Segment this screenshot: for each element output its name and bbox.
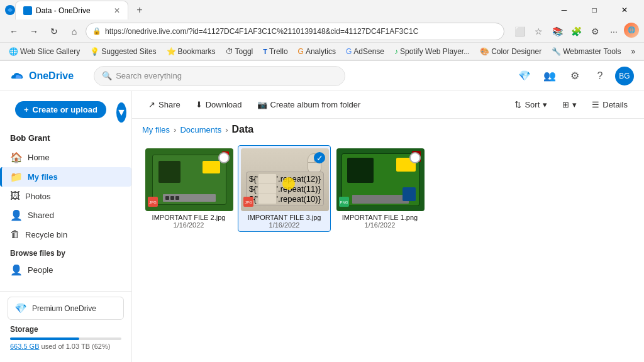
svg-text:JPG: JPG: [149, 200, 157, 204]
user-name: Bob Grant: [0, 131, 131, 148]
create-btn-label: Create or upload: [33, 105, 97, 114]
details-button[interactable]: ☰ Details: [586, 97, 634, 112]
adsense-icon: G: [346, 47, 352, 56]
close-button[interactable]: ✕: [610, 0, 639, 20]
bookmark-webmaster[interactable]: 🔧 Webmaster Tools: [548, 46, 625, 57]
storage-used-link[interactable]: 663.5 GB: [10, 343, 39, 350]
settings-icon[interactable]: ⚙: [565, 66, 585, 86]
premium-gems-icon[interactable]: 💎: [514, 66, 535, 86]
nav-item-label: Photos: [25, 192, 50, 201]
file-select-1[interactable]: [218, 152, 230, 163]
nav-item-label: Shared: [28, 211, 54, 220]
file-type-badge-3: PNG: [339, 197, 349, 209]
app-logo: OneDrive: [10, 69, 74, 83]
bookmark-more[interactable]: »: [627, 46, 639, 57]
cast-icon[interactable]: ⬜: [511, 23, 528, 40]
bookmark-spotify[interactable]: ♪ Spotify Web Player...: [391, 46, 474, 57]
favorites-star-icon[interactable]: ☆: [530, 23, 547, 40]
tab-bar: Data - OneDrive ✕ +: [15, 1, 148, 19]
forward-button[interactable]: →: [25, 23, 43, 40]
webmaster-icon: 🔧: [552, 47, 561, 56]
sidebar: + Create or upload ▼ Bob Grant 🏠 Home 📁 …: [0, 91, 132, 362]
view-chevron-icon: ▾: [572, 100, 577, 109]
browser-chrome: Data - OneDrive ✕ + ─ □ ✕ ← → ↻ ⌂ 🔒 http…: [0, 0, 644, 61]
file-thumbnail-2: ${''.repeat(12)} ${''.repeat(11)} ${''.r…: [241, 148, 329, 211]
sidebar-item-home[interactable]: 🏠 Home: [0, 148, 131, 167]
help-icon[interactable]: ?: [590, 66, 610, 86]
file-card-1[interactable]: JPG IMPORTANT FILE 2.jpg 1/16/2022: [142, 145, 235, 232]
bookmark-trello[interactable]: T Trello: [259, 46, 291, 57]
bookmark-adsense[interactable]: G AdSense: [342, 46, 388, 57]
bookmark-toggl[interactable]: ⏱ Toggl: [222, 46, 257, 57]
bookmark-bookmarks[interactable]: ⭐ Bookmarks: [163, 46, 219, 57]
profile-icon[interactable]: 🌐: [624, 23, 639, 38]
extensions-icon[interactable]: 🧩: [567, 23, 585, 40]
breadcrumb-documents[interactable]: Documents: [180, 125, 221, 134]
account-icon[interactable]: ⚙: [586, 23, 604, 40]
create-album-label: Create album from folder: [270, 100, 361, 109]
new-tab-button[interactable]: +: [131, 1, 148, 19]
file-select-3[interactable]: [409, 152, 421, 163]
bookmark-color-designer[interactable]: 🎨 Color Designer: [476, 46, 545, 57]
collections-icon[interactable]: 📚: [548, 23, 566, 40]
user-avatar[interactable]: BG: [615, 67, 634, 85]
file-card-2[interactable]: ${''.repeat(12)} ${''.repeat(11)} ${''.r…: [238, 145, 331, 232]
bookmark-icon: 🌐: [9, 47, 18, 56]
create-upload-button[interactable]: + Create or upload: [15, 101, 106, 118]
view-toggle-button[interactable]: ⊞ ▾: [556, 97, 583, 112]
nav-item-label: People: [28, 265, 53, 275]
breadcrumb-my-files[interactable]: My files: [142, 125, 170, 134]
sidebar-item-people[interactable]: 👤 People: [0, 260, 131, 280]
premium-button[interactable]: 💎 Premium OneDrive: [8, 297, 124, 320]
create-album-button[interactable]: 📷 Create album from folder: [251, 97, 367, 112]
bookmark-web-slice[interactable]: 🌐 Web Slice Gallery: [5, 46, 84, 57]
premium-icon: 💎: [14, 302, 27, 314]
other-favourites-button[interactable]: 📁 Other favourites: [641, 43, 644, 60]
sidebar-item-photos[interactable]: 🖼 Photos: [0, 187, 131, 206]
maximize-button[interactable]: □: [580, 0, 609, 20]
bookmark-icon: 💡: [90, 47, 99, 56]
bookmark-suggested[interactable]: 💡 Suggested Sites: [86, 46, 160, 57]
sort-button[interactable]: ⇅ Sort ▾: [508, 97, 553, 112]
download-button[interactable]: ⬇ Download: [189, 97, 248, 112]
nav-item-label: My files: [28, 172, 58, 182]
bookmark-label: Spotify Web Player...: [400, 47, 470, 56]
nav-item-label: Home: [28, 153, 50, 162]
bookmarks-bar: 🌐 Web Slice Gallery 💡 Suggested Sites ⭐ …: [0, 43, 644, 60]
file-name-1: IMPORTANT FILE 2.jpg: [145, 214, 232, 221]
bookmark-analytics[interactable]: G Analytics: [294, 46, 340, 57]
browser-icon: [5, 5, 15, 15]
download-label: Download: [206, 100, 242, 109]
browse-section-title: Browse files by: [0, 244, 131, 260]
onedrive-logo-icon: [10, 69, 24, 83]
active-tab[interactable]: Data - OneDrive ✕: [15, 1, 128, 19]
sort-label: Sort: [525, 100, 540, 109]
header-right: 💎 👥 ⚙ ? BG: [514, 66, 634, 86]
search-box[interactable]: 🔍 Search everything: [94, 66, 345, 86]
share-button[interactable]: ↗ Share: [142, 97, 187, 112]
create-area: + Create or upload ▼: [0, 96, 131, 131]
home-button[interactable]: ⌂: [65, 23, 83, 40]
sort-icon: ⇅: [514, 100, 521, 109]
create-secondary-button[interactable]: ▼: [116, 102, 126, 123]
share-people-icon[interactable]: 👥: [540, 66, 560, 86]
analytics-icon: G: [298, 47, 304, 56]
address-text: https://onedrive.live.com/?id=41127DC4F1…: [105, 27, 497, 36]
shared-icon: 👤: [10, 209, 23, 221]
address-bar[interactable]: 🔒 https://onedrive.live.com/?id=41127DC4…: [86, 23, 504, 40]
app-header: OneDrive 🔍 Search everything 💎 👥 ⚙ ? BG: [0, 61, 644, 91]
file-card-3[interactable]: PNG IMPORTANT FILE 1.png 1/16/2022: [333, 145, 426, 232]
tab-close-btn[interactable]: ✕: [114, 6, 120, 15]
sidebar-item-shared[interactable]: 👤 Shared: [0, 206, 131, 225]
storage-section: Storage 663.5 GB used of 1.03 TB (62%): [8, 320, 124, 353]
sidebar-item-recycle-bin[interactable]: 🗑 Recycle bin: [0, 225, 131, 244]
refresh-button[interactable]: ↻: [45, 23, 63, 40]
window-controls: ─ □ ✕: [550, 0, 639, 20]
back-button[interactable]: ←: [5, 23, 23, 40]
sidebar-item-my-files[interactable]: 📁 My files: [0, 167, 131, 187]
file-select-2[interactable]: ✓: [314, 152, 325, 163]
more-menu-icon[interactable]: ···: [605, 23, 623, 40]
nav-bar: ← → ↻ ⌂ 🔒 https://onedrive.live.com/?id=…: [0, 20, 644, 43]
minimize-button[interactable]: ─: [550, 0, 579, 20]
bookmark-icon: ⏱: [226, 47, 233, 56]
